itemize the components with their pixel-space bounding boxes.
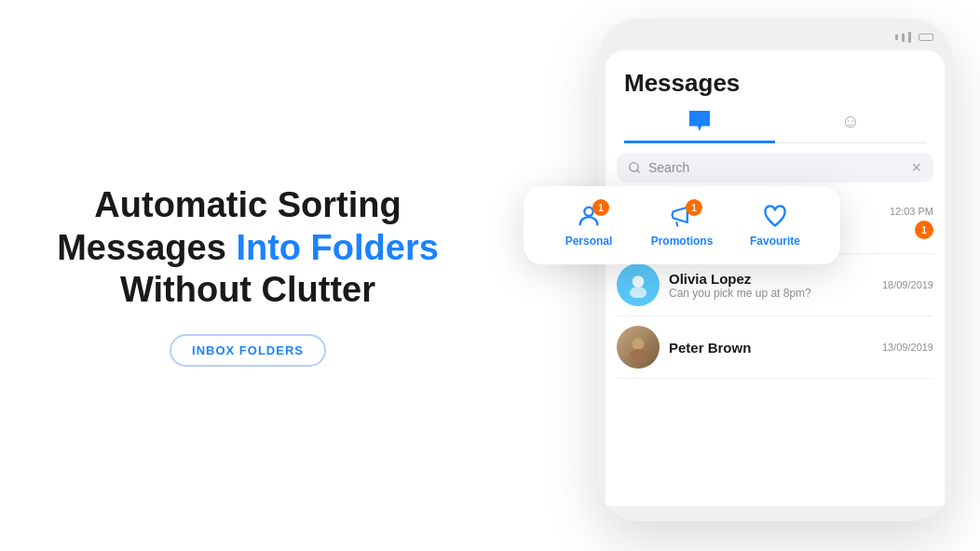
phone-content: Messages ☺ Search ✕ — [606, 50, 945, 506]
folder-personal[interactable]: 1 Personal — [542, 203, 635, 248]
right-section: Messages ☺ Search ✕ — [496, 0, 980, 551]
message-item-peter[interactable]: Peter Brown 13/09/2019 — [617, 316, 933, 379]
headline-line1: Automatic Sorting — [57, 184, 439, 227]
heart-icon — [762, 203, 788, 229]
msg-time-jack: 12:03 PM — [890, 206, 933, 217]
personal-badge: 1 — [592, 199, 609, 216]
favourite-label: Favourite — [750, 235, 800, 248]
search-icon — [628, 161, 641, 174]
avatar-olivia — [617, 263, 660, 306]
msg-name-olivia: Olivia Lopez — [669, 271, 873, 287]
tab-chat[interactable] — [624, 111, 775, 143]
avatar-peter — [617, 326, 660, 369]
msg-time-peter: 13/09/2019 — [882, 342, 933, 353]
tabs-row: ☺ — [624, 111, 926, 143]
svg-point-6 — [630, 349, 647, 360]
folder-favourite[interactable]: Favourite — [728, 203, 822, 248]
msg-meta-olivia: 18/09/2019 — [882, 279, 933, 290]
messages-header: Messages ☺ — [606, 50, 945, 143]
signal-bar-1 — [895, 34, 898, 40]
signal-bar-2 — [902, 34, 905, 42]
msg-preview-olivia: Can you pick me up at 8pm? — [669, 287, 873, 300]
promotions-badge: 1 — [686, 199, 702, 216]
tab-emoji[interactable]: ☺ — [775, 111, 926, 142]
search-input-placeholder: Search — [648, 160, 904, 175]
battery-icon — [919, 34, 933, 41]
msg-name-peter: Peter Brown — [669, 340, 873, 356]
phone-notch — [598, 19, 952, 43]
messages-title: Messages — [624, 69, 926, 98]
promotions-label: Promotions — [651, 235, 714, 248]
status-icons — [895, 32, 933, 43]
search-clear-icon[interactable]: ✕ — [911, 160, 922, 175]
msg-body-olivia: Olivia Lopez Can you pick me up at 8pm? — [669, 271, 873, 300]
signal-bar-3 — [908, 32, 911, 43]
svg-point-3 — [633, 276, 645, 288]
svg-point-4 — [630, 287, 647, 298]
personal-label: Personal — [565, 235, 613, 248]
chat-icon — [689, 111, 710, 131]
headline-line2-plain: Messages — [57, 228, 236, 267]
left-section: Automatic Sorting Messages Into Folders … — [0, 147, 496, 404]
msg-meta-jack: 12:03 PM 1 — [890, 206, 933, 239]
headline: Automatic Sorting Messages Into Folders … — [57, 184, 439, 312]
svg-point-5 — [633, 338, 645, 350]
folder-promotions[interactable]: 1 Promotions — [635, 203, 728, 248]
favourite-icon-wrap — [762, 203, 788, 229]
msg-body-peter: Peter Brown — [669, 340, 873, 356]
msg-badge-jack: 1 — [915, 221, 933, 239]
promotions-icon-wrap: 1 — [669, 203, 695, 229]
inbox-folders-badge: INBOX FOLDERS — [170, 334, 326, 367]
headline-line2: Messages Into Folders — [57, 227, 439, 270]
msg-time-olivia: 18/09/2019 — [882, 279, 933, 290]
search-bar[interactable]: Search ✕ — [617, 153, 933, 182]
phone-mockup: Messages ☺ Search ✕ — [598, 19, 952, 521]
folder-card: 1 Personal 1 Promotions — [524, 186, 840, 264]
headline-line2-blue: Into Folders — [236, 228, 438, 267]
headline-line3: Without Clutter — [57, 269, 439, 312]
emoji-icon: ☺ — [841, 111, 860, 133]
personal-icon-wrap: 1 — [576, 203, 602, 229]
msg-meta-peter: 13/09/2019 — [882, 342, 933, 353]
